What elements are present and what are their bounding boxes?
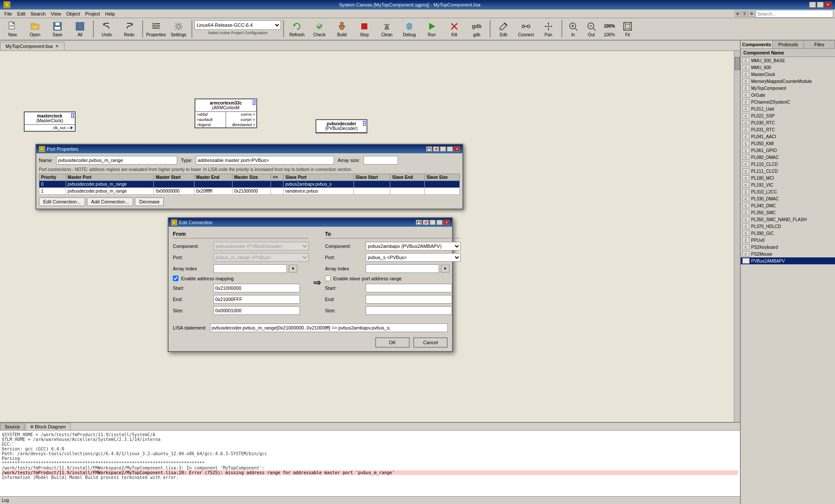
to-end-input[interactable] xyxy=(366,295,452,304)
zoom-level-button[interactable]: 100% 100% xyxy=(601,19,618,39)
list-item-pl031[interactable]: CPL031_RTC xyxy=(741,126,835,133)
list-item-mmu600[interactable]: CMMU_600 xyxy=(741,64,835,71)
maximize-btn[interactable]: □ xyxy=(817,2,824,8)
edit-connection-button[interactable]: Edit Connection... xyxy=(39,197,85,206)
clean-button[interactable]: Clean xyxy=(376,19,398,39)
to-port-select[interactable]: pvbus_s <PVBus> xyxy=(366,253,461,262)
kill-button[interactable]: Kill xyxy=(443,19,465,39)
menu-search[interactable]: Search xyxy=(28,10,48,17)
toolbar-icon-3[interactable]: ⚙ xyxy=(749,11,755,17)
connect-button[interactable]: Connect xyxy=(515,19,537,39)
add-connection-button[interactable]: Add Connection... xyxy=(87,197,133,206)
table-row[interactable]: 1 pvbusdecoder.pvbus_m_range 0x00000000 … xyxy=(39,188,460,195)
scrollbar-thumb[interactable] xyxy=(735,57,740,70)
port-prop-pin-btn[interactable]: 📌 xyxy=(433,146,439,152)
list-item-pl110[interactable]: CPL110_CLCD xyxy=(741,161,835,168)
table-row[interactable]: 0 pvbusdecoder.pvbus_m_range pvbus2ambap… xyxy=(39,181,460,188)
new-button[interactable]: New xyxy=(2,19,23,39)
pan-button[interactable]: Pan xyxy=(538,19,559,39)
list-item-pl390[interactable]: CPL390_GIC xyxy=(741,230,835,237)
to-size-input[interactable] xyxy=(366,306,452,315)
canvas-workspace[interactable]: masterclock(MasterClock) clk_out i i a xyxy=(0,51,740,422)
array-size-input[interactable] xyxy=(363,156,398,165)
cancel-button[interactable]: Cancel xyxy=(413,337,448,348)
list-item-pl011[interactable]: CPL011_Uart xyxy=(741,105,835,112)
list-item-ps2mouse[interactable]: CPS2Mouse xyxy=(741,250,835,257)
port-prop-close-btn[interactable]: ✕ xyxy=(454,146,460,152)
list-item-pvbus2ambapv[interactable]: CPVBus2AMBAPV xyxy=(741,257,835,264)
pvbusdecoder-info[interactable]: i xyxy=(363,121,366,126)
name-input[interactable] xyxy=(56,156,177,165)
undo-button[interactable]: Undo xyxy=(96,19,118,39)
zoom-in-button[interactable]: In xyxy=(564,19,582,39)
menu-project[interactable]: Project xyxy=(83,10,102,17)
to-component-select[interactable]: pvbus2ambapv (PVBus2AMBAPV) xyxy=(366,242,461,250)
run-button[interactable]: Run xyxy=(421,19,443,39)
build-button[interactable]: Build xyxy=(331,19,353,39)
edit-button[interactable]: Edit xyxy=(493,19,514,39)
settings-button[interactable]: Settings xyxy=(168,19,189,39)
enable-slave-checkbox[interactable] xyxy=(325,276,331,281)
decrease-button[interactable]: Decrease xyxy=(135,197,164,206)
check-button[interactable]: Check xyxy=(309,19,330,39)
all-button[interactable]: All xyxy=(69,19,91,39)
edit-conn-pin-btn[interactable]: 📌 xyxy=(423,220,429,225)
edit-conn-help-btn[interactable]: ? xyxy=(430,220,436,225)
list-item-pchannel[interactable]: CPChannel2SystemC xyxy=(741,98,835,105)
open-button[interactable]: Open xyxy=(24,19,46,39)
list-item-pl030[interactable]: CPL030_RTC xyxy=(741,119,835,126)
list-item-masterclock[interactable]: CMasterClock xyxy=(741,71,835,78)
log-tab-label[interactable]: Log xyxy=(2,498,9,503)
pvbusdecoder-component[interactable]: i pvbusdecoder(PVBusDecoder) xyxy=(316,119,367,133)
list-item-pl330[interactable]: CPL330_DMAC xyxy=(741,195,835,202)
edit-conn-close-btn[interactable]: ✕ xyxy=(443,220,449,225)
lisa-statement-input[interactable] xyxy=(210,323,448,332)
components-tab[interactable]: Components xyxy=(741,41,773,48)
armcortex-info[interactable]: i xyxy=(253,100,255,105)
save-button[interactable]: Save xyxy=(47,19,68,39)
menu-object[interactable]: Object xyxy=(64,10,83,17)
refresh-button[interactable]: Refresh xyxy=(286,19,308,39)
debug-button[interactable]: Debug xyxy=(398,19,420,39)
from-component-select[interactable]: pvbusdecoder (PVBusDecoder) xyxy=(214,242,309,250)
protocols-tab[interactable]: Protocols xyxy=(773,41,804,48)
vertical-scrollbar[interactable] xyxy=(734,51,740,422)
port-prop-save-btn[interactable]: 💾 xyxy=(426,146,432,152)
ok-button[interactable]: OK xyxy=(375,337,410,348)
list-item-pl370[interactable]: CPL370_HDLCD xyxy=(741,223,835,230)
redo-button[interactable]: Redo xyxy=(118,19,140,39)
list-item-pl192[interactable]: CPL192_VIC xyxy=(741,181,835,188)
type-input[interactable] xyxy=(196,156,334,165)
properties-button[interactable]: Properties xyxy=(145,19,167,39)
toolbar-icon-1[interactable]: ⊞ xyxy=(735,11,741,17)
stop-button[interactable]: Stop xyxy=(354,19,375,39)
toolbar-icon-2[interactable]: ☰ xyxy=(742,11,748,17)
main-tab[interactable]: MyTopComponent.lisa ✕ xyxy=(0,42,64,51)
block-diagram-tab[interactable]: ⊞ Block Diagram xyxy=(25,423,71,430)
size-input[interactable] xyxy=(214,306,300,315)
search-input[interactable] xyxy=(755,10,833,18)
list-item-mmu500[interactable]: CMMU_500_BASE xyxy=(741,57,835,64)
source-tab[interactable]: Source xyxy=(0,423,25,430)
gdb-button[interactable]: gdb gdb xyxy=(466,19,488,39)
list-item-pl022[interactable]: CPL022_SSP xyxy=(741,112,835,119)
list-item-pl050[interactable]: CPL050_KMI xyxy=(741,140,835,147)
list-item-pl350[interactable]: CPL350_SMC xyxy=(741,209,835,216)
list-item-pl350nand[interactable]: CPL350_SMC_NAND_FLASH xyxy=(741,216,835,223)
list-item-ppuv0[interactable]: CPPUv0 xyxy=(741,237,835,244)
list-item-ps2keyboard[interactable]: CPS2Keyboard xyxy=(741,244,835,250)
start-input[interactable] xyxy=(214,284,300,292)
list-item-pl041[interactable]: CPL041_AACI xyxy=(741,133,835,140)
menu-file[interactable]: File xyxy=(2,10,15,17)
list-item-pl061[interactable]: CPL061_GPIO xyxy=(741,147,835,154)
to-start-input[interactable] xyxy=(366,284,452,292)
port-prop-help-btn[interactable]: ? xyxy=(440,146,446,152)
from-array-input[interactable] xyxy=(214,264,287,273)
masterclock-component[interactable]: masterclock(MasterClock) clk_out i xyxy=(24,111,76,132)
to-array-spin[interactable]: ▼ xyxy=(441,265,449,273)
armcortex-component[interactable]: i armcortexm33c(ARMCortexM >ahbd >auxfau… xyxy=(194,98,257,128)
from-port-select[interactable]: pvbus_m_range <PVBus> xyxy=(214,253,309,262)
list-item-pl340[interactable]: CPL340_DMC xyxy=(741,202,835,209)
list-item-mytopcomponent[interactable]: CMyTopComponent xyxy=(741,85,835,92)
menu-edit[interactable]: Edit xyxy=(15,10,28,17)
